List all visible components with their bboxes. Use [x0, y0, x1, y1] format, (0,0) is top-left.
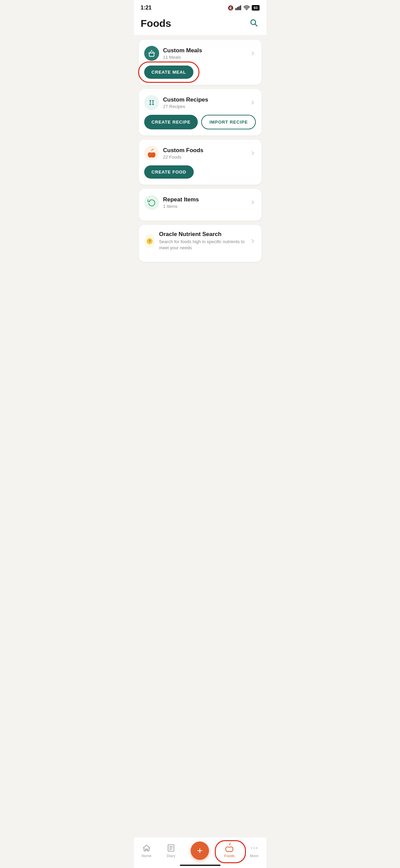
wifi-icon — [244, 5, 250, 10]
diary-icon — [167, 844, 175, 852]
signal-icon — [235, 5, 242, 10]
import-recipe-button[interactable]: IMPORT RECIPE — [201, 115, 256, 129]
svg-rect-2 — [239, 6, 240, 11]
svg-point-18 — [253, 847, 254, 848]
mute-icon: 🔇 — [228, 5, 233, 11]
battery-indicator: 93 — [252, 5, 259, 11]
foods-icon — [225, 844, 234, 852]
add-fab-button[interactable]: + — [191, 842, 209, 860]
create-meal-button[interactable]: CREATE MEAL — [144, 66, 194, 79]
nav-add[interactable]: + — [185, 840, 214, 861]
nav-diary[interactable]: Diary — [161, 842, 181, 859]
custom-recipes-actions: CREATE RECIPE IMPORT RECIPE — [144, 115, 256, 129]
oracle-title: Oracle Nutrient Search — [159, 231, 247, 238]
plus-icon: + — [197, 846, 203, 855]
meal-icon — [144, 46, 159, 61]
status-time: 1:21 — [141, 5, 152, 11]
custom-meals-title: Custom Meals — [163, 47, 202, 54]
more-label: More — [250, 854, 259, 858]
repeat-items-chevron — [249, 199, 256, 206]
create-meal-wrapper: CREATE MEAL — [144, 66, 194, 79]
status-icons: 🔇 93 — [228, 5, 259, 11]
svg-line-6 — [255, 24, 257, 26]
custom-meals-header[interactable]: Custom Meals 11 Meals — [144, 46, 256, 61]
bottom-navigation: Home Diary + Foods More — [134, 837, 266, 868]
svg-point-4 — [246, 9, 247, 10]
svg-point-17 — [251, 847, 252, 848]
search-button[interactable] — [248, 17, 260, 30]
custom-foods-actions: CREATE FOOD — [144, 165, 256, 179]
custom-meals-chevron — [249, 50, 256, 57]
custom-meals-card: Custom Meals 11 Meals CREATE MEAL — [139, 40, 262, 85]
custom-meals-actions: CREATE MEAL — [144, 66, 256, 79]
oracle-header: ? Oracle Nutrient Search Search for food… — [144, 231, 256, 251]
home-icon — [142, 844, 151, 852]
repeat-items-count: 1 Items — [163, 204, 199, 209]
repeat-items-title: Repeat Items — [163, 196, 199, 203]
repeat-icon — [144, 195, 159, 210]
page-header: Foods — [134, 13, 266, 35]
custom-recipes-title: Custom Recipes — [163, 96, 208, 103]
apple-icon — [144, 146, 159, 161]
create-recipe-button[interactable]: CREATE RECIPE — [144, 115, 198, 129]
oracle-icon: ? — [144, 234, 155, 249]
custom-foods-chevron — [249, 150, 256, 157]
nav-home[interactable]: Home — [136, 842, 157, 859]
oracle-chevron — [249, 238, 256, 245]
custom-foods-header[interactable]: Custom Foods 22 Foods — [144, 146, 256, 161]
nav-foods[interactable]: Foods — [219, 842, 240, 859]
more-icon — [250, 844, 259, 852]
home-label: Home — [141, 854, 151, 858]
custom-foods-title: Custom Foods — [163, 147, 204, 154]
create-food-button[interactable]: CREATE FOOD — [144, 165, 194, 179]
svg-rect-0 — [235, 8, 236, 10]
custom-recipes-card: Custom Recipes 27 Recipes CREATE RECIPE … — [139, 89, 262, 135]
home-indicator — [180, 865, 221, 866]
page-title: Foods — [141, 18, 171, 29]
status-bar: 1:21 🔇 93 — [134, 0, 266, 13]
search-icon — [249, 18, 258, 27]
recipe-icon — [144, 95, 159, 110]
oracle-description: Search for foods high in specific nutrie… — [159, 239, 247, 251]
svg-rect-1 — [237, 7, 238, 10]
svg-rect-3 — [240, 5, 241, 10]
diary-label: Diary — [167, 854, 175, 858]
custom-foods-card: Custom Foods 22 Foods CREATE FOOD — [139, 140, 262, 185]
svg-point-9 — [150, 154, 151, 156]
custom-recipes-count: 27 Recipes — [163, 104, 208, 109]
repeat-items-header: Repeat Items 1 Items — [144, 195, 256, 210]
custom-recipes-header[interactable]: Custom Recipes 27 Recipes — [144, 95, 256, 110]
custom-meals-count: 11 Meals — [163, 55, 202, 60]
repeat-items-card[interactable]: Repeat Items 1 Items — [139, 189, 262, 221]
oracle-nutrient-card[interactable]: ? Oracle Nutrient Search Search for food… — [139, 225, 262, 262]
svg-point-19 — [256, 847, 257, 848]
nav-more[interactable]: More — [244, 842, 264, 859]
main-content: Custom Meals 11 Meals CREATE MEAL — [134, 35, 266, 296]
custom-recipes-chevron — [249, 99, 256, 106]
foods-label: Foods — [224, 854, 235, 858]
svg-text:?: ? — [148, 239, 151, 243]
custom-foods-count: 22 Foods — [163, 155, 204, 160]
